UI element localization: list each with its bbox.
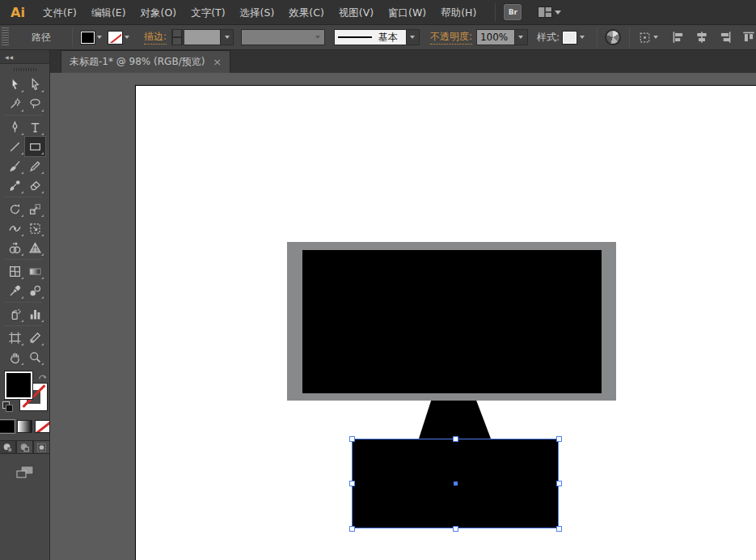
selection-handle-bottom-right[interactable] [556,526,562,532]
workspace-switcher-button[interactable] [538,6,561,18]
panel-grip[interactable] [14,68,36,71]
artboard-tool[interactable] [5,328,25,347]
style-control[interactable] [563,31,587,45]
document-tab[interactable]: 未标题-1* @ 98% (RGB/预览) × [61,50,230,73]
align-horizontal-center-button[interactable] [695,30,709,45]
opacity-dropdown-button[interactable] [514,30,527,45]
selection-handle-top-center[interactable] [453,436,458,442]
transform-button[interactable] [638,31,658,45]
opacity-value[interactable]: 100% [477,30,514,45]
perspective-grid-tool[interactable] [25,238,45,257]
stepper-down-icon[interactable] [171,37,183,45]
fill-color-control[interactable] [81,31,105,45]
pencil-tool[interactable] [25,156,45,176]
direct-selection-tool[interactable] [25,74,45,94]
stroke-weight-value[interactable] [184,30,220,45]
brush-dropdown-button[interactable] [406,30,419,45]
stroke-weight-combo[interactable] [184,29,234,45]
style-dropdown-button[interactable] [577,31,587,45]
stroke-weight-stepper[interactable] [171,29,183,45]
stepper-up-icon[interactable] [171,29,183,37]
width-tool[interactable] [5,218,25,238]
shape-builder-tool[interactable] [5,238,25,257]
tool-row [5,347,45,367]
draw-behind-button[interactable] [16,440,33,454]
pencil-tool-icon [28,159,42,173]
selection-tool[interactable] [5,74,25,94]
fill-color-swatch[interactable] [5,371,32,399]
recolor-artwork-icon[interactable] [605,29,621,45]
align-right-button[interactable] [718,30,733,45]
pen-tool[interactable] [5,117,25,137]
selection-handle-middle-right[interactable] [556,481,562,486]
menu-item-0[interactable]: 文件(F) [37,0,82,25]
selection-handle-top-left[interactable] [349,436,355,442]
control-bar-grip[interactable] [2,28,9,47]
align-left-button[interactable] [671,30,686,45]
tab-close-icon[interactable]: × [213,57,222,67]
eraser-tool[interactable] [25,176,45,195]
magic-wand-tool[interactable] [5,94,25,113]
opacity-combo[interactable]: 100% [476,29,528,45]
selection-handle-bottom-center[interactable] [453,526,458,532]
stroke-none-swatch[interactable] [108,32,122,44]
lasso-tool[interactable] [25,94,45,113]
free-transform-tool[interactable] [25,218,45,238]
menu-item-3[interactable]: 文字(T) [185,0,230,25]
stroke-dropdown-button[interactable] [122,31,133,45]
rotate-tool[interactable] [5,199,25,218]
stroke-panel-link[interactable]: 描边: [144,30,167,45]
color-button[interactable] [0,420,15,433]
canvas[interactable] [50,73,756,560]
separator [72,28,73,47]
slice-tool[interactable] [25,328,45,347]
stroke-color-control[interactable] [108,31,133,45]
type-tool[interactable] [25,117,45,137]
line-segment-tool[interactable] [5,137,25,156]
panel-collapse-bar[interactable]: ◀◀ [0,50,49,64]
brush-definition-field[interactable]: 基本 [335,30,406,45]
gradient-button[interactable] [17,420,32,433]
none-button[interactable] [35,420,50,433]
menu-item-4[interactable]: 选择(S) [234,0,281,25]
draw-normal-button[interactable] [0,440,16,454]
column-graph-tool[interactable] [25,304,45,324]
stroke-weight-dropdown-button[interactable] [220,30,233,45]
selection-handle-top-right[interactable] [556,436,562,442]
fill-dropdown-button[interactable] [95,31,105,45]
menu-item-5[interactable]: 效果(C) [283,0,329,25]
menu-item-2[interactable]: 对象(O) [135,0,183,25]
eyedropper-tool[interactable] [5,281,25,300]
paintbrush-tool[interactable] [5,156,25,176]
default-fill-stroke-icon[interactable] [2,401,14,413]
fill-swatch[interactable] [81,32,95,44]
selection-handle-bottom-left[interactable] [349,526,355,532]
selection-handle-middle-left[interactable] [349,481,355,486]
width-profile-dropdown-button[interactable] [311,30,324,45]
selection-center-point[interactable] [454,482,458,486]
mesh-tool[interactable] [5,261,25,281]
menu-item-7[interactable]: 窗口(W) [382,0,432,25]
draw-inside-button[interactable] [33,440,50,454]
hand-tool[interactable] [5,347,25,367]
gradient-tool[interactable] [25,261,45,281]
bridge-button[interactable]: Br [504,4,522,20]
screen-mode-button[interactable] [15,464,36,483]
swap-fill-stroke-icon[interactable] [37,371,48,382]
blend-tool[interactable] [25,281,45,300]
menu-item-1[interactable]: 编辑(E) [86,0,132,25]
symbol-sprayer-tool[interactable] [5,304,25,324]
scale-tool[interactable] [25,199,45,218]
menu-item-6[interactable]: 视图(V) [333,0,379,25]
style-swatch[interactable] [563,32,577,44]
main-area: ◀◀ [0,50,756,560]
zoom-tool[interactable] [25,347,45,367]
blob-brush-tool[interactable] [5,176,25,195]
width-profile-combo[interactable] [241,29,325,45]
menu-item-8[interactable]: 帮助(H) [435,0,482,25]
brush-definition-combo[interactable]: 基本 [334,29,420,45]
align-top-button[interactable] [741,30,756,45]
rectangle-tool[interactable] [25,137,45,156]
opacity-panel-link[interactable]: 不透明度: [430,30,472,45]
monitor-screen-shape[interactable] [302,250,602,393]
